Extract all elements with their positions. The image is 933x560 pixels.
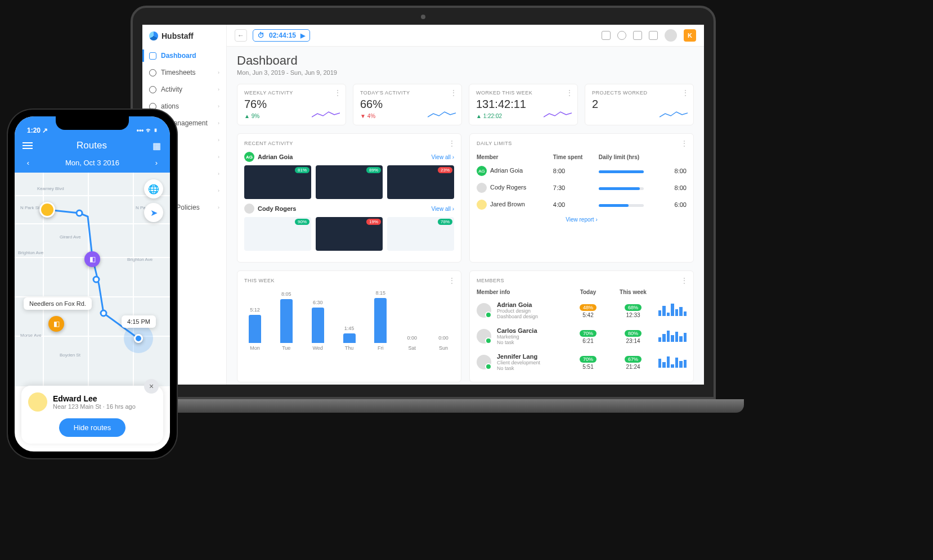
- week-bar: 6:30 Wed: [307, 300, 329, 351]
- member-task: Dashboard design: [497, 314, 563, 319]
- apps-grid-icon[interactable]: [649, 31, 658, 40]
- limits-row: Jared Brown 4:00 6:00: [477, 196, 687, 213]
- calendar-icon[interactable]: ▦: [151, 140, 162, 151]
- phone-mockup: 1:20 ↗ ••• ᯤ ▮ Routes ▦ ‹ Mon, Oct 3 201…: [8, 110, 177, 458]
- week-bar: 8:15 Fri: [370, 290, 391, 351]
- screenshot-thumb[interactable]: 19%: [316, 217, 383, 251]
- bar-category-label: Sun: [439, 345, 448, 351]
- sidebar-item[interactable]: Dashboard: [142, 47, 226, 64]
- prev-day-button[interactable]: ‹: [23, 157, 34, 168]
- main-area: ← ⏱ 02:44:15 ▶ K: [227, 25, 704, 385]
- card-menu-icon[interactable]: ⋮: [450, 89, 457, 97]
- back-button[interactable]: ←: [235, 29, 247, 42]
- panel-title: RECENT ACTIVITY: [244, 141, 454, 146]
- stat-card: ⋮ WEEKLY ACTIVITY 76% ▲ 9%: [237, 84, 346, 125]
- panel-menu-icon[interactable]: ⋮: [448, 277, 455, 284]
- laptop-screen: Hubstaff DashboardTimesheets›Activity›at…: [142, 25, 704, 385]
- bar-category-label: Wed: [312, 345, 322, 351]
- member-name: Adrian Goia: [497, 301, 563, 308]
- stat-card: ⋮ PROJECTS WORKED 2: [585, 84, 694, 125]
- map-view[interactable]: Kearney Blvd N Park St Girard Ave Bright…: [15, 173, 170, 386]
- bar: [280, 299, 293, 343]
- screenshot-thumb[interactable]: 23%: [387, 165, 454, 199]
- user-avatar-icon: [477, 200, 487, 210]
- svg-point-2: [101, 310, 106, 316]
- stat-card: ⋮ TODAY'S ACTIVITY 66% ▼ 4%: [353, 84, 462, 125]
- screenshot-thumb[interactable]: 78%: [387, 217, 454, 251]
- view-report-link[interactable]: View report ›: [477, 216, 687, 223]
- view-all-link[interactable]: View all ›: [432, 206, 454, 212]
- timer-widget[interactable]: ⏱ 02:44:15 ▶: [253, 29, 310, 42]
- bar-category-label: Mon: [250, 345, 260, 351]
- bell-icon[interactable]: [617, 31, 626, 40]
- activity-badge: 78%: [438, 219, 452, 225]
- panel-menu-icon[interactable]: ⋮: [448, 139, 455, 147]
- card-menu-icon[interactable]: ⋮: [682, 89, 689, 97]
- bar-value-label: 6:30: [313, 300, 323, 305]
- stat-label: TODAY'S ACTIVITY: [360, 90, 455, 96]
- daily-limits-panel: ⋮ DAILY LIMITS Member Time spent Daily l…: [469, 133, 694, 263]
- time-tooltip: 4:15 PM: [122, 315, 156, 328]
- user-avatar-icon: [244, 204, 254, 214]
- sidebar-item[interactable]: Activity›: [142, 81, 226, 98]
- poi-pin[interactable]: ◧: [48, 316, 64, 332]
- activity-badge: 81%: [295, 167, 309, 173]
- next-day-button[interactable]: ›: [151, 157, 162, 168]
- user-avatar[interactable]: [665, 29, 677, 42]
- today-pct-badge: 70%: [580, 330, 596, 337]
- user-pin[interactable]: [39, 202, 55, 218]
- col-thisweek: This week: [613, 289, 653, 295]
- stopwatch-icon: ⏱: [258, 31, 264, 39]
- card-menu-icon[interactable]: ⋮: [566, 89, 573, 97]
- waypoint-pin[interactable]: ◧: [84, 251, 100, 267]
- week-bar: 5:12 Mon: [244, 307, 266, 351]
- org-badge[interactable]: K: [684, 29, 696, 42]
- close-card-button[interactable]: ×: [144, 379, 159, 394]
- driver-status: Near 123 Main St · 16 hrs ago: [53, 403, 136, 410]
- card-menu-icon[interactable]: ⋮: [334, 89, 341, 97]
- chevron-right-icon: ›: [218, 70, 219, 75]
- view-all-link[interactable]: View all ›: [432, 154, 454, 160]
- globe-fab[interactable]: 🌐: [144, 179, 163, 198]
- screenshot-thumb[interactable]: 81%: [244, 165, 311, 199]
- timer-value: 02:44:15: [269, 31, 296, 39]
- sidebar-item[interactable]: Timesheets›: [142, 64, 226, 81]
- panel-menu-icon[interactable]: ⋮: [681, 139, 688, 147]
- panel-title: DAILY LIMITS: [477, 141, 687, 146]
- phone-app-header: Routes ▦ ‹ Mon, Oct 3 2016 ›: [15, 134, 170, 173]
- locate-fab[interactable]: ➤: [144, 203, 163, 222]
- today-time: 5:51: [568, 364, 608, 370]
- member-row: Adrian Goia Product design Dashboard des…: [477, 297, 687, 323]
- driver-name: Edward Lee: [53, 394, 136, 403]
- limit-bar: [599, 187, 644, 190]
- screenshot-thumb[interactable]: 90%: [244, 217, 311, 251]
- recent-user-row: AG Adrian Goia View all ›: [244, 152, 454, 162]
- help-icon[interactable]: [602, 31, 611, 40]
- week-time: 21:24: [613, 364, 653, 370]
- nav-label: Timesheets: [161, 69, 196, 76]
- gift-icon[interactable]: [633, 31, 642, 40]
- hamburger-icon[interactable]: [23, 142, 33, 149]
- daily-limit: 6:00: [668, 196, 687, 213]
- time-spent: 4:00: [553, 196, 599, 213]
- recent-user-row: Cody Rogers View all ›: [244, 204, 454, 214]
- brand[interactable]: Hubstaff: [142, 25, 226, 47]
- bar: [312, 308, 324, 343]
- current-location-pin[interactable]: [134, 334, 143, 343]
- phone-notch: [56, 116, 129, 130]
- bar-category-label: Sat: [408, 345, 416, 351]
- phone-date: Mon, Oct 3 2016: [65, 159, 119, 167]
- screenshot-thumb[interactable]: 89%: [316, 165, 383, 199]
- week-bar: 1:45 Thu: [339, 326, 360, 351]
- col-memberinfo: Member info: [477, 289, 563, 295]
- member-name: Jared Brown: [490, 201, 525, 207]
- hubstaff-logo-icon: [149, 31, 158, 40]
- panel-menu-icon[interactable]: ⋮: [681, 277, 688, 284]
- members-panel: ⋮ MEMBERS Member info Today This week Ad…: [469, 270, 694, 382]
- member-row: Carlos Garcia Marketing No task 70%6:21 …: [477, 323, 687, 349]
- limit-bar: [599, 170, 644, 173]
- hide-routes-button[interactable]: Hide routes: [59, 418, 125, 437]
- panel-title: MEMBERS: [477, 278, 687, 283]
- limit-bar: [599, 204, 644, 207]
- play-icon[interactable]: ▶: [300, 32, 305, 39]
